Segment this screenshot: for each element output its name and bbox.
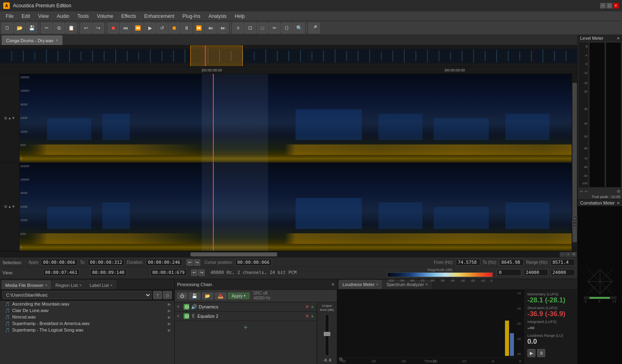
record-button[interactable]: ⏺: [108, 23, 119, 33]
close-button[interactable]: ✕: [613, 3, 619, 9]
loudness-pause-button[interactable]: ⏸: [537, 349, 545, 357]
maximize-button[interactable]: □: [607, 3, 612, 9]
settings-icon-level[interactable]: ⚙: [617, 189, 620, 194]
channel1-spectrogram[interactable]: 20000 10000 4000 2000 1000 500 0: [20, 74, 572, 163]
equalize-power-toggle[interactable]: ⏻: [184, 313, 189, 319]
file-item[interactable]: 🎵 Clair De Lune.wav ▶: [0, 307, 174, 314]
channel2-control[interactable]: ⊞ ▲▼: [0, 163, 19, 252]
tab-close[interactable]: ×: [56, 38, 59, 43]
cut-button[interactable]: ✂: [41, 23, 52, 33]
channel2-spectrogram[interactable]: 20000 10000 4000 2000 1000 500 0: [20, 163, 572, 252]
play-button[interactable]: ▶: [144, 23, 156, 33]
tab-label-list[interactable]: Label List ×: [86, 280, 116, 289]
spectrogram-display[interactable]: ⊞ ▲▼ ⊞ ▲▼: [0, 74, 577, 251]
undo-view-button[interactable]: ↩: [191, 269, 197, 276]
tab-region-close[interactable]: ×: [79, 283, 81, 287]
new-button[interactable]: 🗋: [2, 23, 13, 33]
menu-help[interactable]: Help: [231, 13, 249, 20]
proc-power-button[interactable]: ⏻: [177, 293, 187, 299]
zoom-button[interactable]: 🔍: [293, 23, 305, 33]
file-item[interactable]: 🎵 Ascending the Mountain.wav ▶: [0, 301, 174, 307]
corr-label-0: 0: [598, 299, 600, 303]
loudness-tab-close[interactable]: ×: [376, 282, 378, 286]
minimize-button[interactable]: −: [600, 3, 606, 9]
undo-button[interactable]: ↩: [80, 23, 92, 33]
edit-button[interactable]: ⟨⟩: [281, 23, 293, 33]
menu-file[interactable]: File: [2, 13, 17, 20]
mixer-button[interactable]: ≡: [232, 23, 244, 33]
menu-volume[interactable]: Volume: [93, 13, 117, 20]
menu-edit[interactable]: Edit: [17, 13, 34, 20]
copy-button[interactable]: ⧉: [53, 23, 65, 33]
fader-thumb[interactable]: [324, 332, 330, 336]
fastforward-button[interactable]: ⏩: [193, 23, 204, 33]
proc-item-dynamics[interactable]: ≡ ⏻ 🔊 Dynamics ✕ +: [175, 302, 316, 312]
output-level-fader[interactable]: [325, 314, 329, 356]
proc-item-equalize[interactable]: ≡ ⏻ 🎚 Equalize 2 ✕ +: [175, 312, 316, 321]
loop-button[interactable]: ↺: [156, 23, 168, 33]
paste-button[interactable]: 📋: [65, 23, 77, 33]
spectrum-tab-close[interactable]: ×: [425, 282, 427, 286]
folder-home-button[interactable]: ⌂: [163, 291, 172, 299]
menu-effects[interactable]: Effects: [117, 13, 140, 20]
mic-button[interactable]: 🎤: [308, 23, 320, 33]
corr-close[interactable]: ×: [617, 200, 620, 205]
folder-up-button[interactable]: ↑: [153, 291, 162, 299]
equalize-add-icon[interactable]: +: [311, 313, 314, 319]
undo-sel-button[interactable]: ↩: [186, 259, 193, 266]
menu-enhancement[interactable]: Enhancement: [140, 13, 178, 20]
redo-button[interactable]: ↪: [93, 23, 104, 33]
save-button[interactable]: 💾: [26, 23, 37, 33]
tab-region-list[interactable]: Region List ×: [52, 280, 85, 289]
rewind-button[interactable]: ⏪: [132, 23, 143, 33]
tab-media-browser[interactable]: Media File Browser ×: [2, 280, 51, 289]
proc-load-button[interactable]: 📂: [202, 293, 213, 299]
vertical-scrollbar[interactable]: + −: [572, 74, 577, 251]
hscroll-thumb[interactable]: [191, 252, 277, 256]
goto-end-button[interactable]: ⏭: [205, 23, 217, 33]
zoom-h-in-button[interactable]: +: [566, 252, 571, 257]
dynamics-power-toggle[interactable]: ⏻: [184, 304, 189, 310]
tab-media-close[interactable]: ×: [45, 283, 47, 287]
horizontal-scrollbar[interactable]: − + ⊡: [0, 251, 577, 257]
proc-save-button[interactable]: 💾: [189, 293, 200, 299]
zoom-h-out-button[interactable]: −: [560, 252, 565, 257]
dynamics-remove[interactable]: ✕: [305, 304, 309, 310]
stop-button[interactable]: ⏹: [169, 23, 180, 33]
dynamics-add-icon[interactable]: +: [311, 304, 314, 310]
menu-tools[interactable]: Tools: [74, 13, 93, 20]
redo-view-button[interactable]: ↪: [198, 269, 205, 276]
next-marker-button[interactable]: ⏭: [217, 23, 229, 33]
loudness-settings-button[interactable]: ⚙: [339, 357, 345, 363]
pause-button[interactable]: ⏸: [181, 23, 192, 33]
menu-plugins[interactable]: Plug-Ins: [178, 13, 204, 20]
equalize-remove[interactable]: ✕: [305, 313, 309, 319]
file-item[interactable]: 🎵 Supertramp - Breakfast in America.wav …: [0, 320, 174, 327]
loudness-play-button[interactable]: ▶: [527, 349, 535, 357]
apply-button[interactable]: Apply ▾: [228, 293, 249, 299]
open-button[interactable]: 📂: [14, 23, 25, 33]
menu-analysis[interactable]: Analysis: [204, 13, 231, 20]
draw-button[interactable]: ✏: [269, 23, 280, 33]
tab-loudness[interactable]: Loudness Meter ×: [339, 280, 382, 289]
path-selector[interactable]: C:\Users\Stian\Music: [2, 291, 152, 299]
redo-sel-button[interactable]: ↪: [194, 259, 200, 266]
zoom-fit-button[interactable]: ⊡: [571, 252, 576, 257]
proc-export-button[interactable]: 📤: [215, 293, 226, 299]
level-meter-close[interactable]: ×: [617, 36, 620, 41]
add-effect-button[interactable]: +: [243, 323, 248, 332]
menu-audio[interactable]: Audio: [53, 13, 74, 20]
snap-button[interactable]: ⊡: [245, 23, 256, 33]
loop-region-button[interactable]: □: [257, 23, 268, 33]
goto-start-button[interactable]: ⏮: [120, 23, 131, 33]
processing-close[interactable]: ×: [332, 282, 334, 287]
overview-waveform[interactable]: [0, 45, 577, 67]
tab-conga[interactable]: Conga Drums - Dry.wav ×: [2, 35, 63, 45]
zoom-out-button[interactable]: −: [572, 222, 577, 227]
file-item[interactable]: 🎵 Supertramp - The Logical Song.wav ▶: [0, 327, 174, 333]
tab-labellist-close[interactable]: ×: [111, 283, 113, 287]
file-item[interactable]: 🎵 Nimrod.wav ▶: [0, 314, 174, 320]
channel1-control[interactable]: ⊞ ▲▼: [0, 74, 19, 163]
zoom-in-button[interactable]: +: [572, 216, 577, 221]
menu-view[interactable]: View: [34, 13, 53, 20]
